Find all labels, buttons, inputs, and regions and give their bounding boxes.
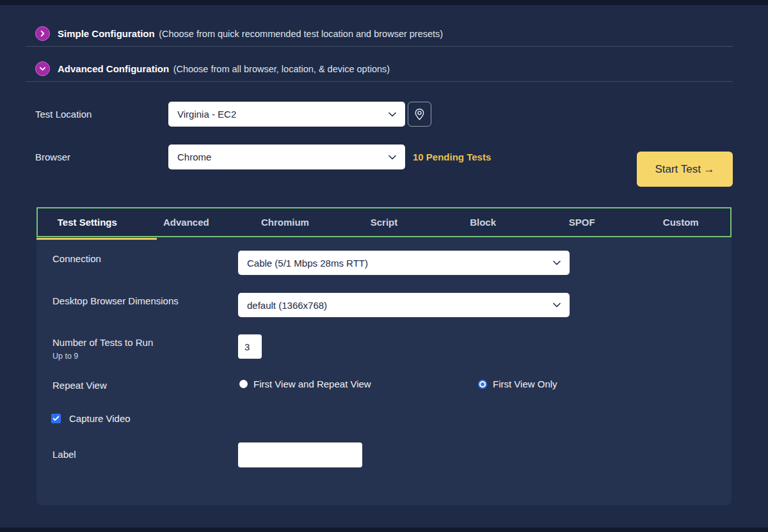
chevron-down-circle-icon[interactable] xyxy=(35,61,50,76)
browser-label: Browser xyxy=(35,152,70,162)
test-location-label: Test Location xyxy=(35,109,92,120)
runs-hint: Up to 9 xyxy=(52,352,78,361)
browser-select[interactable]: Chrome xyxy=(168,145,405,169)
dimensions-selected-value: default (1366x768) xyxy=(247,300,553,311)
tab-script[interactable]: Script xyxy=(335,208,434,236)
chevron-down-icon xyxy=(388,112,396,117)
browser-selected-value: Chrome xyxy=(177,152,388,162)
radio-first-view-only[interactable]: First View Only xyxy=(478,379,557,389)
tab-test-settings[interactable]: Test Settings xyxy=(38,208,137,236)
tab-custom[interactable]: Custom xyxy=(631,208,730,236)
page: Simple Configuration (Choose from quick … xyxy=(0,0,768,532)
runs-input[interactable] xyxy=(238,334,262,359)
simple-configuration-subtitle: (Choose from quick recommended test loca… xyxy=(159,29,443,39)
test-configuration-page: Simple Configuration (Choose from quick … xyxy=(0,5,768,528)
chevron-down-icon xyxy=(553,302,561,308)
settings-tabbar: Test Settings Advanced Chromium Script B… xyxy=(36,207,732,237)
capture-video-label: Capture Video xyxy=(69,413,131,424)
chevron-down-icon xyxy=(553,260,561,265)
radio-unchecked-icon[interactable] xyxy=(239,380,248,388)
connection-select[interactable]: Cable (5/1 Mbps 28ms RTT) xyxy=(238,251,570,275)
test-location-select[interactable]: Virginia - EC2 xyxy=(168,102,405,127)
tab-advanced[interactable]: Advanced xyxy=(137,208,236,236)
divider xyxy=(26,46,733,47)
test-location-selected-value: Virginia - EC2 xyxy=(177,109,388,120)
dimensions-select[interactable]: default (1366x768) xyxy=(238,293,570,317)
runs-label: Number of Tests to Run xyxy=(52,337,153,348)
advanced-configuration-row[interactable]: Advanced Configuration (Choose from all … xyxy=(35,61,390,76)
test-label-label: Label xyxy=(52,449,76,460)
advanced-configuration-subtitle: (Choose from all browser, location, & de… xyxy=(173,64,390,74)
connection-label: Connection xyxy=(52,253,101,264)
choose-location-button[interactable] xyxy=(408,102,431,127)
test-settings-panel: Connection Cable (5/1 Mbps 28ms RTT) Des… xyxy=(36,237,732,505)
pending-tests-badge: 10 Pending Tests xyxy=(413,152,491,162)
tab-spof[interactable]: SPOF xyxy=(532,208,632,236)
chevron-right-circle-icon[interactable] xyxy=(35,26,50,41)
test-label-input[interactable] xyxy=(238,442,362,467)
map-pin-icon xyxy=(414,108,425,121)
chevron-down-icon xyxy=(388,155,396,160)
start-test-button[interactable]: Start Test → xyxy=(637,152,733,187)
radio-checked-icon[interactable] xyxy=(478,380,487,389)
advanced-configuration-title: Advanced Configuration xyxy=(58,63,169,74)
capture-video-option[interactable]: Capture Video xyxy=(51,413,131,424)
tab-chromium[interactable]: Chromium xyxy=(236,208,335,236)
simple-configuration-title: Simple Configuration xyxy=(58,28,155,39)
tab-block[interactable]: Block xyxy=(433,208,532,236)
active-tab-indicator xyxy=(36,238,157,240)
connection-selected-value: Cable (5/1 Mbps 28ms RTT) xyxy=(247,258,553,269)
radio-first-view-only-label: First View Only xyxy=(493,379,557,389)
simple-configuration-row[interactable]: Simple Configuration (Choose from quick … xyxy=(35,26,443,41)
repeat-view-label: Repeat View xyxy=(52,380,107,391)
checkbox-checked-icon[interactable] xyxy=(51,414,61,423)
radio-first-and-repeat-view-label: First View and Repeat View xyxy=(253,379,371,389)
dimensions-label: Desktop Browser Dimensions xyxy=(52,295,179,306)
radio-first-and-repeat-view[interactable]: First View and Repeat View xyxy=(239,379,371,389)
divider xyxy=(26,81,733,82)
